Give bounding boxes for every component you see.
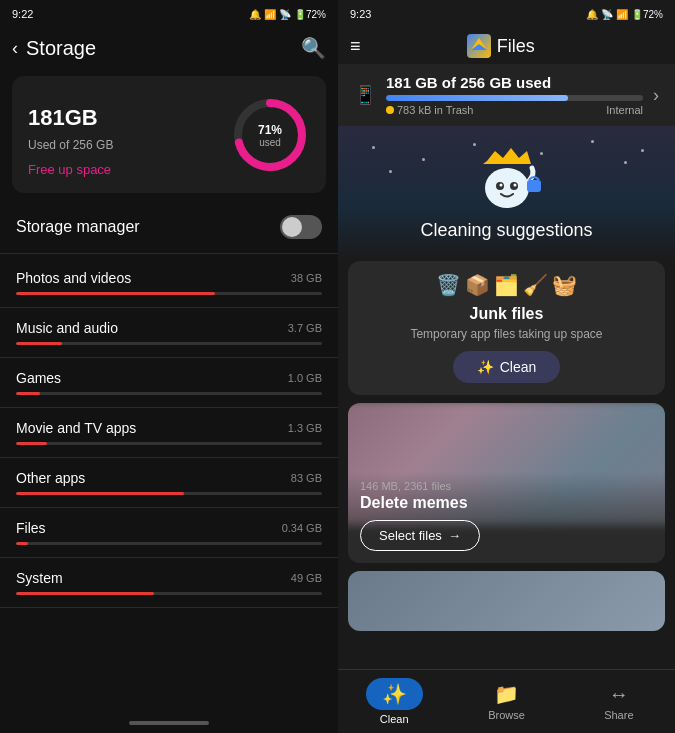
junk-icon-2: 📦 (465, 273, 490, 297)
share-nav-label: Share (604, 709, 633, 721)
storage-info: 181GB Used of 256 GB Free up space (28, 92, 113, 177)
status-bar-right: 9:23 🔔 📡 📶 🔋72% (338, 0, 675, 28)
battery-icon-right: 🔋72% (631, 9, 663, 20)
storage-manager-label: Storage manager (16, 218, 140, 236)
svg-marker-4 (483, 148, 531, 164)
list-item[interactable]: System 49 GB (0, 558, 338, 608)
top-bar-left: ‹ Storage 🔍 (0, 28, 338, 68)
suggestions-container: 🗑️ 📦 🗂️ 🧹 🧺 Junk files Temporary app fil… (338, 261, 675, 669)
storage-summary: 📱 181 GB of 256 GB used 783 kB in Trash … (338, 64, 675, 126)
time-right: 9:23 (350, 8, 371, 20)
junk-icons-row: 🗑️ 📦 🗂️ 🧹 🧺 (436, 273, 577, 297)
browse-nav-icon: 📁 (494, 682, 519, 706)
sim-icon: 📶 (264, 9, 276, 20)
svg-point-5 (485, 168, 529, 208)
files-logo: Files (369, 34, 633, 58)
files-logo-text: Files (497, 36, 535, 57)
storage-meta: 783 kB in Trash Internal (386, 104, 643, 116)
wifi-icon-right: 📡 (601, 9, 613, 20)
files-logo-icon (467, 34, 491, 58)
storage-list: Photos and videos 38 GB Music and audio … (0, 254, 338, 713)
storage-sub: Used of 256 GB (28, 138, 113, 152)
list-item[interactable]: Photos and videos 38 GB (0, 258, 338, 308)
browse-nav-label: Browse (488, 709, 525, 721)
clean-nav-label: Clean (380, 713, 409, 725)
clean-button[interactable]: ✨ Clean (453, 351, 561, 383)
left-panel: 9:22 🔔 📶 📡 🔋72% ‹ Storage 🔍 181GB Used o… (0, 0, 338, 733)
page-title-left: Storage (26, 37, 293, 60)
list-item[interactable]: Other apps 83 GB (0, 458, 338, 508)
phone-icon: 📱 (354, 84, 376, 106)
storage-title-right: 181 GB of 256 GB used (386, 74, 643, 91)
hero-title: Cleaning suggestions (354, 220, 659, 241)
junk-icon-1: 🗑️ (436, 273, 461, 297)
clean-nav-icon-bg: ✨ (366, 678, 423, 710)
meme-overlay: 146 MB, 2361 files Delete memes Select f… (348, 472, 665, 563)
clean-icon: ✨ (477, 359, 494, 375)
files-top-bar: ≡ Files (338, 28, 675, 64)
list-item[interactable]: Games 1.0 GB (0, 358, 338, 408)
select-files-arrow: → (448, 528, 461, 543)
svg-point-9 (513, 184, 516, 187)
storage-bar-fill (386, 95, 568, 101)
list-item[interactable]: Files 0.34 GB (0, 508, 338, 558)
right-panel: 9:23 🔔 📡 📶 🔋72% ≡ Files 📱 181 GB of 256 … (338, 0, 675, 733)
time-left: 9:22 (12, 8, 33, 20)
hero-character (354, 136, 659, 216)
nav-share[interactable]: ↔ Share (563, 683, 675, 721)
select-files-button[interactable]: Select files → (360, 520, 480, 551)
donut-label: 71% used (258, 122, 282, 147)
junk-icon-4: 🧹 (523, 273, 548, 297)
status-bar-left: 9:22 🔔 📶 📡 🔋72% (0, 0, 338, 28)
junk-icon-3: 🗂️ (494, 273, 519, 297)
storage-amount: 181GB (28, 92, 113, 134)
notif-icon-left: 🔔 (249, 9, 261, 20)
hero-section: Cleaning suggestions (338, 126, 675, 261)
home-indicator-left (0, 713, 338, 733)
back-button[interactable]: ‹ (12, 38, 18, 59)
storage-bar-container: 181 GB of 256 GB used 783 kB in Trash In… (386, 74, 643, 116)
share-nav-icon: ↔ (609, 683, 629, 706)
signal-icon-right: 📶 (616, 9, 628, 20)
nav-clean[interactable]: ✨ Clean (338, 678, 450, 725)
storage-donut: 71% used (230, 95, 310, 175)
junk-title: Junk files (470, 305, 544, 323)
select-files-label: Select files (379, 528, 442, 543)
junk-description: Temporary app files taking up space (410, 327, 602, 341)
hamburger-menu[interactable]: ≡ (350, 36, 361, 57)
search-button[interactable]: 🔍 (301, 36, 326, 60)
nav-browse[interactable]: 📁 Browse (450, 682, 562, 721)
status-icons-right: 🔔 📡 📶 🔋72% (586, 9, 663, 20)
storage-detail-arrow[interactable]: › (653, 85, 659, 106)
wifi-icon-left: 📡 (279, 9, 291, 20)
svg-point-8 (499, 184, 502, 187)
list-item[interactable]: Music and audio 3.7 GB (0, 308, 338, 358)
status-icons-left: 🔔 📶 📡 🔋72% (249, 9, 326, 20)
battery-icon-left: 🔋72% (294, 9, 326, 20)
notif-icon-right: 🔔 (586, 9, 598, 20)
junk-files-card: 🗑️ 📦 🗂️ 🧹 🧺 Junk files Temporary app fil… (348, 261, 665, 395)
storage-manager-toggle[interactable] (280, 215, 322, 239)
storage-manager-row: Storage manager (0, 201, 338, 254)
bottom-nav: ✨ Clean 📁 Browse ↔ Share (338, 669, 675, 733)
list-item[interactable]: Movie and TV apps 1.3 GB (0, 408, 338, 458)
junk-card-content: 🗑️ 📦 🗂️ 🧹 🧺 Junk files Temporary app fil… (348, 261, 665, 395)
storage-bar-track (386, 95, 643, 101)
junk-icon-5: 🧺 (552, 273, 577, 297)
clean-label: Clean (500, 359, 537, 375)
svg-rect-10 (527, 180, 541, 192)
clean-nav-icon: ✨ (382, 683, 407, 705)
storage-card: 181GB Used of 256 GB Free up space 71% u… (12, 76, 326, 193)
trash-dot (386, 106, 394, 114)
meme-title: Delete memes (360, 494, 653, 512)
meme-meta: 146 MB, 2361 files (360, 480, 653, 492)
partial-preview-card (348, 571, 665, 631)
meme-card: 146 MB, 2361 files Delete memes Select f… (348, 403, 665, 563)
free-up-link[interactable]: Free up space (28, 162, 113, 177)
